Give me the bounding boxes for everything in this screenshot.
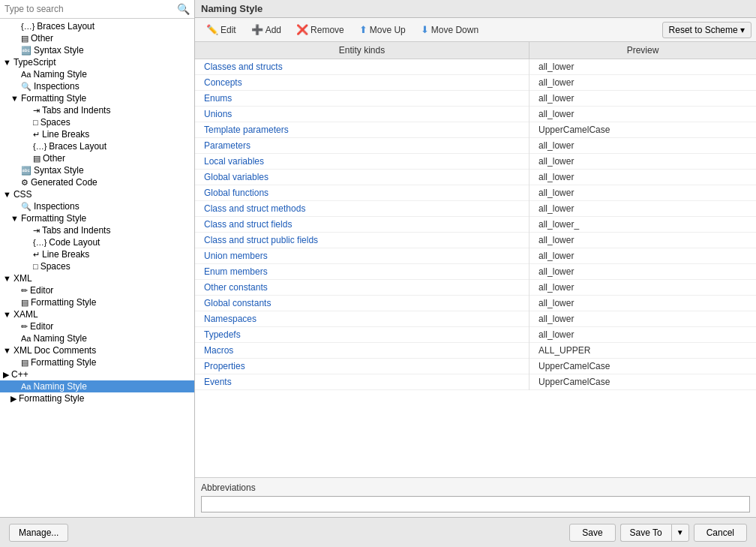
manage-button[interactable]: Manage... bbox=[9, 524, 68, 542]
tree-item[interactable]: ▼ TypeScript bbox=[0, 56, 194, 68]
tree-item[interactable]: ▤ Formatting Style bbox=[0, 296, 194, 308]
tree-item[interactable]: ▤ Other bbox=[0, 32, 194, 44]
edit-button[interactable]: ✏️ Edit bbox=[200, 21, 243, 38]
move-up-button[interactable]: ⬆ Move Up bbox=[352, 21, 412, 38]
table-row[interactable]: Global constantsall_lower bbox=[195, 296, 756, 311]
tree-item-label: Tabs and Indents bbox=[42, 105, 110, 116]
table-row[interactable]: Other constantsall_lower bbox=[195, 280, 756, 296]
tree-item-icon: ▼ bbox=[3, 58, 11, 67]
table-row[interactable]: Enum membersall_lower bbox=[195, 264, 756, 280]
tree-item[interactable]: ↵ Line Breaks bbox=[0, 248, 194, 260]
remove-button[interactable]: ❌ Remove bbox=[290, 21, 351, 38]
tree-item-label: Braces Layout bbox=[49, 141, 106, 152]
tree-item[interactable]: {…} Code Layout bbox=[0, 236, 194, 248]
preview-cell: all_lower bbox=[530, 311, 756, 327]
tree-item[interactable]: ▶ C++ bbox=[0, 368, 194, 380]
tree-item[interactable]: □ Spaces bbox=[0, 116, 194, 128]
table-row[interactable]: Parametersall_lower bbox=[195, 138, 756, 154]
tree-item[interactable]: ▼ Formatting Style bbox=[0, 212, 194, 224]
preview-cell: ALL_UPPER bbox=[530, 343, 756, 359]
tree-item[interactable]: ▶ Formatting Style bbox=[0, 392, 194, 404]
tree-item-label: Syntax Style bbox=[34, 45, 84, 56]
table-row[interactable]: Enumsall_lower bbox=[195, 91, 756, 107]
table-row[interactable]: Local variablesall_lower bbox=[195, 154, 756, 170]
tree-item[interactable]: Aa Naming Style bbox=[0, 332, 194, 344]
save-button[interactable]: Save bbox=[569, 524, 615, 542]
tree-item[interactable]: ▤ Formatting Style bbox=[0, 356, 194, 368]
tree-item-label: Syntax Style bbox=[34, 165, 84, 176]
tree-item[interactable]: ⇥ Tabs and Indents bbox=[0, 104, 194, 116]
tree-item-icon: Aa bbox=[21, 334, 31, 343]
tree-item-label: Formatting Style bbox=[31, 297, 96, 308]
reset-button[interactable]: Reset to Scheme ▾ bbox=[662, 22, 752, 38]
table-row[interactable]: Template parametersUpperCamelCase bbox=[195, 122, 756, 138]
tree-item[interactable]: ▼ XML Doc Comments bbox=[0, 344, 194, 356]
save-to-dropdown-button[interactable]: ▼ bbox=[671, 524, 689, 542]
tree-item[interactable]: 🔍 Inspections bbox=[0, 80, 194, 92]
cancel-button[interactable]: Cancel bbox=[694, 524, 747, 542]
tree-item-label: Formatting Style bbox=[21, 93, 86, 104]
table-row[interactable]: Namespacesall_lower bbox=[195, 311, 756, 327]
tree-item[interactable]: {…} Braces Layout bbox=[0, 20, 194, 32]
tree-item[interactable]: 🔤 Syntax Style bbox=[0, 44, 194, 56]
entity-cell: Enums bbox=[195, 91, 530, 107]
tree-item[interactable]: {…} Braces Layout bbox=[0, 140, 194, 152]
tree-item[interactable]: 🔤 Syntax Style bbox=[0, 164, 194, 176]
table-row[interactable]: EventsUpperCamelCase bbox=[195, 374, 756, 390]
table-row[interactable]: Class and struct methodsall_lower bbox=[195, 201, 756, 217]
table-row[interactable]: Global functionsall_lower bbox=[195, 185, 756, 201]
table-row[interactable]: Global variablesall_lower bbox=[195, 170, 756, 185]
table-header-row: Entity kinds Preview bbox=[195, 42, 756, 59]
tree-item[interactable]: ▼ Formatting Style bbox=[0, 92, 194, 104]
tree-item[interactable]: □ Spaces bbox=[0, 260, 194, 272]
tree-item[interactable]: ▼ CSS bbox=[0, 188, 194, 200]
tree-item-icon: ⚙ bbox=[21, 178, 28, 188]
table-row[interactable]: Typedefsall_lower bbox=[195, 327, 756, 343]
table-row[interactable]: Class and struct fieldsall_lower_ bbox=[195, 217, 756, 233]
save-to-label: Save To bbox=[630, 527, 662, 538]
table-row[interactable]: Classes and structsall_lower bbox=[195, 59, 756, 75]
tree-item-label: Line Breaks bbox=[42, 129, 89, 140]
move-down-button[interactable]: ⬇ Move Down bbox=[414, 21, 485, 38]
abbreviations-input[interactable] bbox=[201, 496, 750, 512]
table-row[interactable]: PropertiesUpperCamelCase bbox=[195, 359, 756, 374]
tree-item-icon: ▶ bbox=[3, 370, 9, 380]
tree-item[interactable]: ▤ Other bbox=[0, 152, 194, 164]
tree-item[interactable]: ▼ XAML bbox=[0, 308, 194, 320]
tree-item-icon: ▼ bbox=[10, 94, 19, 103]
tree-item[interactable]: ⇥ Tabs and Indents bbox=[0, 224, 194, 236]
table-row[interactable]: Class and struct public fieldsall_lower bbox=[195, 233, 756, 248]
preview-cell: all_lower bbox=[530, 138, 756, 154]
add-button[interactable]: ➕ Add bbox=[244, 21, 288, 38]
remove-icon: ❌ bbox=[296, 24, 308, 35]
table-row[interactable]: Conceptsall_lower bbox=[195, 75, 756, 91]
tree-item[interactable]: ↵ Line Breaks bbox=[0, 128, 194, 140]
tree-item-label: CSS bbox=[14, 189, 32, 200]
tree-item-label: C++ bbox=[11, 369, 28, 380]
move-down-label: Move Down bbox=[431, 25, 478, 35]
table-row[interactable]: Union membersall_lower bbox=[195, 248, 756, 264]
entity-cell: Typedefs bbox=[195, 327, 530, 343]
tree-item[interactable]: Aa Naming Style bbox=[0, 68, 194, 80]
tree-item[interactable]: 🔍 Inspections bbox=[0, 200, 194, 212]
tree-item-icon: ▤ bbox=[21, 298, 28, 308]
entity-cell: Unions bbox=[195, 107, 530, 122]
tree-item[interactable]: ⚙ Generated Code bbox=[0, 176, 194, 188]
tree-item-label: XAML bbox=[14, 309, 38, 320]
tree-item-label: Other bbox=[31, 33, 53, 44]
tree-item[interactable]: ✏ Editor bbox=[0, 284, 194, 296]
tree-item-label: Editor bbox=[30, 285, 53, 296]
table-row[interactable]: MacrosALL_UPPER bbox=[195, 343, 756, 359]
remove-label: Remove bbox=[310, 25, 344, 35]
tree-item-icon: 🔤 bbox=[21, 46, 32, 56]
preview-cell: all_lower bbox=[530, 327, 756, 343]
tree-item[interactable]: Aa Naming Style bbox=[0, 380, 194, 392]
table-area: Entity kinds Preview Classes and structs… bbox=[195, 42, 756, 477]
tree-item-label: Inspections bbox=[34, 201, 80, 212]
tree-item[interactable]: ▼ XML bbox=[0, 272, 194, 284]
table-row[interactable]: Unionsall_lower bbox=[195, 107, 756, 122]
tree-item[interactable]: ✏ Editor bbox=[0, 320, 194, 332]
save-to-button[interactable]: Save To bbox=[620, 524, 671, 542]
search-input[interactable] bbox=[4, 4, 177, 14]
tree-item-icon: ✏ bbox=[21, 322, 28, 332]
